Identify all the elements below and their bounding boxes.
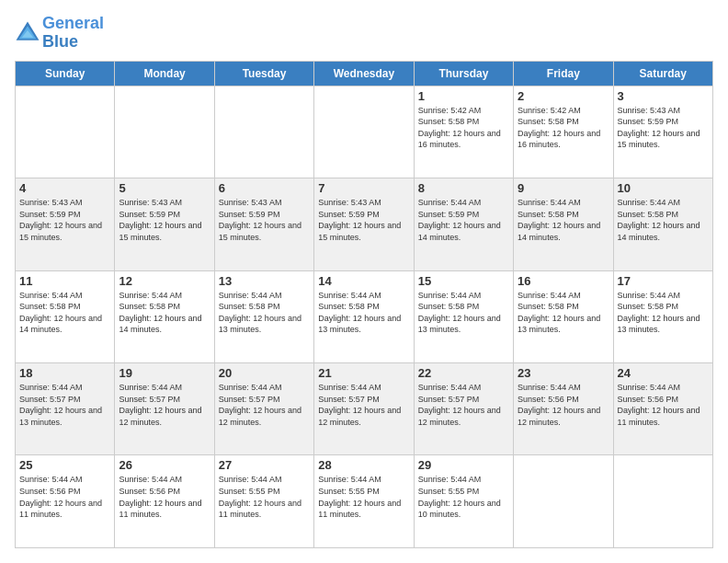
day-info: Sunrise: 5:44 AMSunset: 5:58 PMDaylight:… [618,197,709,243]
day-number: 27 [219,458,310,472]
day-number: 15 [418,274,509,288]
calendar-cell: 21Sunrise: 5:44 AMSunset: 5:57 PMDayligh… [314,363,414,455]
calendar-cell: 22Sunrise: 5:44 AMSunset: 5:57 PMDayligh… [414,363,513,455]
week-row-2: 4Sunrise: 5:43 AMSunset: 5:59 PMDaylight… [16,178,713,270]
calendar-cell: 10Sunrise: 5:44 AMSunset: 5:58 PMDayligh… [613,178,712,270]
day-header-tuesday: Tuesday [214,61,313,86]
logo-text: General Blue [42,15,104,52]
day-number: 7 [318,181,409,195]
day-number: 9 [518,181,609,195]
day-header-monday: Monday [115,61,214,86]
day-info: Sunrise: 5:43 AMSunset: 5:59 PMDaylight:… [119,197,210,243]
calendar-cell [514,455,613,548]
day-info: Sunrise: 5:44 AMSunset: 5:58 PMDaylight:… [119,290,210,336]
calendar-cell: 25Sunrise: 5:44 AMSunset: 5:56 PMDayligh… [16,455,115,548]
day-info: Sunrise: 5:44 AMSunset: 5:57 PMDaylight:… [219,382,310,428]
day-info: Sunrise: 5:44 AMSunset: 5:57 PMDaylight:… [19,382,110,428]
calendar-cell: 5Sunrise: 5:43 AMSunset: 5:59 PMDaylight… [115,178,214,270]
day-header-thursday: Thursday [414,61,513,86]
week-row-3: 11Sunrise: 5:44 AMSunset: 5:58 PMDayligh… [16,270,713,362]
day-header-wednesday: Wednesday [314,61,414,86]
day-info: Sunrise: 5:44 AMSunset: 5:57 PMDaylight:… [119,382,210,428]
logo-icon [15,20,40,46]
day-info: Sunrise: 5:44 AMSunset: 5:55 PMDaylight:… [418,474,509,520]
day-info: Sunrise: 5:42 AMSunset: 5:58 PMDaylight:… [518,105,609,151]
day-number: 3 [618,89,709,103]
day-number: 14 [318,274,409,288]
day-info: Sunrise: 5:44 AMSunset: 5:55 PMDaylight:… [219,474,310,520]
day-number: 17 [618,274,709,288]
day-info: Sunrise: 5:43 AMSunset: 5:59 PMDaylight:… [318,197,409,243]
day-number: 11 [19,274,110,288]
calendar-cell: 13Sunrise: 5:44 AMSunset: 5:58 PMDayligh… [214,270,313,362]
day-header-friday: Friday [514,61,613,86]
day-info: Sunrise: 5:42 AMSunset: 5:58 PMDaylight:… [418,105,509,151]
calendar-cell [613,455,712,548]
day-header-sunday: Sunday [16,61,115,86]
header-row: SundayMondayTuesdayWednesdayThursdayFrid… [16,61,713,86]
calendar-cell: 9Sunrise: 5:44 AMSunset: 5:58 PMDaylight… [514,178,613,270]
calendar-cell: 12Sunrise: 5:44 AMSunset: 5:58 PMDayligh… [115,270,214,362]
calendar-cell [314,86,414,178]
calendar-cell [115,86,214,178]
calendar-cell: 19Sunrise: 5:44 AMSunset: 5:57 PMDayligh… [115,363,214,455]
calendar-cell: 15Sunrise: 5:44 AMSunset: 5:58 PMDayligh… [414,270,513,362]
calendar-cell: 27Sunrise: 5:44 AMSunset: 5:55 PMDayligh… [214,455,313,548]
day-number: 2 [518,89,609,103]
calendar-cell: 17Sunrise: 5:44 AMSunset: 5:58 PMDayligh… [613,270,712,362]
calendar-cell: 2Sunrise: 5:42 AMSunset: 5:58 PMDaylight… [514,86,613,178]
day-number: 8 [418,181,509,195]
day-number: 12 [119,274,210,288]
day-info: Sunrise: 5:44 AMSunset: 5:59 PMDaylight:… [418,197,509,243]
day-info: Sunrise: 5:44 AMSunset: 5:57 PMDaylight:… [318,382,409,428]
day-number: 4 [19,181,110,195]
day-info: Sunrise: 5:44 AMSunset: 5:58 PMDaylight:… [518,290,609,336]
week-row-1: 1Sunrise: 5:42 AMSunset: 5:58 PMDaylight… [16,86,713,178]
day-header-saturday: Saturday [613,61,712,86]
day-info: Sunrise: 5:44 AMSunset: 5:55 PMDaylight:… [318,474,409,520]
day-info: Sunrise: 5:44 AMSunset: 5:56 PMDaylight:… [618,382,709,428]
calendar-cell: 6Sunrise: 5:43 AMSunset: 5:59 PMDaylight… [214,178,313,270]
day-info: Sunrise: 5:44 AMSunset: 5:58 PMDaylight:… [418,290,509,336]
day-info: Sunrise: 5:44 AMSunset: 5:56 PMDaylight:… [119,474,210,520]
day-number: 13 [219,274,310,288]
day-number: 29 [418,458,509,472]
page: General Blue SundayMondayTuesdayWednesda… [0,0,728,563]
day-info: Sunrise: 5:43 AMSunset: 5:59 PMDaylight:… [19,197,110,243]
week-row-4: 18Sunrise: 5:44 AMSunset: 5:57 PMDayligh… [16,363,713,455]
calendar-cell: 18Sunrise: 5:44 AMSunset: 5:57 PMDayligh… [16,363,115,455]
calendar-cell: 28Sunrise: 5:44 AMSunset: 5:55 PMDayligh… [314,455,414,548]
day-number: 24 [618,366,709,380]
header: General Blue [15,15,713,52]
calendar-cell: 14Sunrise: 5:44 AMSunset: 5:58 PMDayligh… [314,270,414,362]
day-number: 5 [119,181,210,195]
calendar-table: SundayMondayTuesdayWednesdayThursdayFrid… [15,61,713,548]
day-info: Sunrise: 5:44 AMSunset: 5:58 PMDaylight:… [19,290,110,336]
calendar-cell: 1Sunrise: 5:42 AMSunset: 5:58 PMDaylight… [414,86,513,178]
calendar-cell: 7Sunrise: 5:43 AMSunset: 5:59 PMDaylight… [314,178,414,270]
calendar-cell: 23Sunrise: 5:44 AMSunset: 5:56 PMDayligh… [514,363,613,455]
day-number: 25 [19,458,110,472]
day-number: 26 [119,458,210,472]
day-number: 19 [119,366,210,380]
day-info: Sunrise: 5:44 AMSunset: 5:58 PMDaylight:… [318,290,409,336]
calendar-cell: 3Sunrise: 5:43 AMSunset: 5:59 PMDaylight… [613,86,712,178]
day-number: 22 [418,366,509,380]
day-info: Sunrise: 5:44 AMSunset: 5:56 PMDaylight:… [518,382,609,428]
day-number: 21 [318,366,409,380]
day-info: Sunrise: 5:44 AMSunset: 5:58 PMDaylight:… [618,290,709,336]
calendar-cell: 11Sunrise: 5:44 AMSunset: 5:58 PMDayligh… [16,270,115,362]
day-number: 23 [518,366,609,380]
day-number: 6 [219,181,310,195]
day-info: Sunrise: 5:43 AMSunset: 5:59 PMDaylight:… [219,197,310,243]
calendar-cell: 16Sunrise: 5:44 AMSunset: 5:58 PMDayligh… [514,270,613,362]
calendar-cell: 24Sunrise: 5:44 AMSunset: 5:56 PMDayligh… [613,363,712,455]
day-info: Sunrise: 5:44 AMSunset: 5:57 PMDaylight:… [418,382,509,428]
calendar-cell: 20Sunrise: 5:44 AMSunset: 5:57 PMDayligh… [214,363,313,455]
calendar-cell: 26Sunrise: 5:44 AMSunset: 5:56 PMDayligh… [115,455,214,548]
day-info: Sunrise: 5:44 AMSunset: 5:58 PMDaylight:… [518,197,609,243]
calendar-cell [214,86,313,178]
day-number: 20 [219,366,310,380]
day-number: 28 [318,458,409,472]
week-row-5: 25Sunrise: 5:44 AMSunset: 5:56 PMDayligh… [16,455,713,548]
